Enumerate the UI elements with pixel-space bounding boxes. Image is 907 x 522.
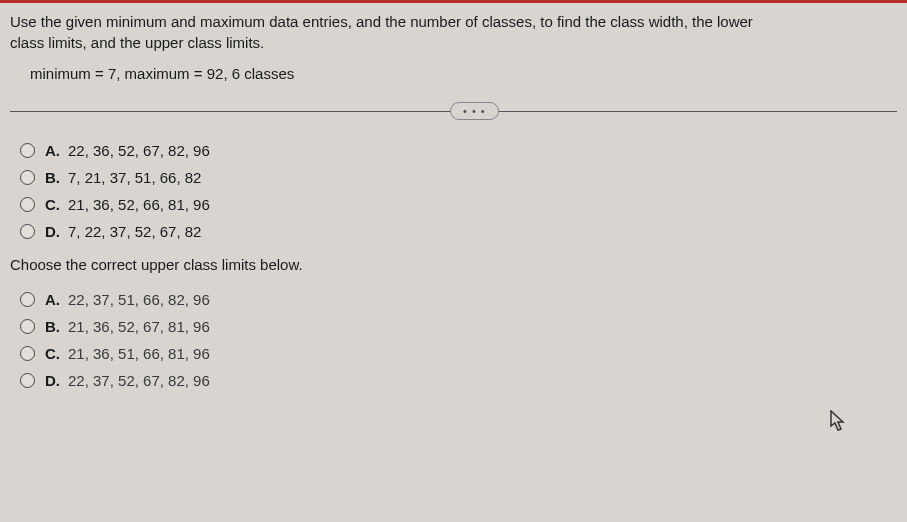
sub-question: Choose the correct upper class limits be…: [10, 256, 897, 273]
radio-icon[interactable]: [20, 224, 35, 239]
option-g2-d[interactable]: D. 22, 37, 52, 67, 82, 96: [10, 372, 897, 389]
option-label: D.: [45, 223, 60, 240]
option-text: 21, 36, 51, 66, 81, 96: [68, 345, 210, 362]
option-text: 7, 22, 37, 52, 67, 82: [68, 223, 201, 240]
option-g2-c[interactable]: C. 21, 36, 51, 66, 81, 96: [10, 345, 897, 362]
ellipsis-button[interactable]: • • •: [450, 102, 499, 120]
option-text: 22, 37, 51, 66, 82, 96: [68, 291, 210, 308]
option-group-1: A. 22, 36, 52, 67, 82, 96 B. 7, 21, 37, …: [10, 142, 897, 240]
radio-icon[interactable]: [20, 319, 35, 334]
option-g1-b[interactable]: B. 7, 21, 37, 51, 66, 82: [10, 169, 897, 186]
option-g1-d[interactable]: D. 7, 22, 37, 52, 67, 82: [10, 223, 897, 240]
option-label: C.: [45, 345, 60, 362]
cursor-icon: [829, 410, 847, 435]
option-label: B.: [45, 169, 60, 186]
option-text: 7, 21, 37, 51, 66, 82: [68, 169, 201, 186]
option-g1-a[interactable]: A. 22, 36, 52, 67, 82, 96: [10, 142, 897, 159]
radio-icon[interactable]: [20, 197, 35, 212]
option-label: C.: [45, 196, 60, 213]
option-g2-a[interactable]: A. 22, 37, 51, 66, 82, 96: [10, 291, 897, 308]
option-text: 21, 36, 52, 66, 81, 96: [68, 196, 210, 213]
radio-icon[interactable]: [20, 373, 35, 388]
option-label: A.: [45, 291, 60, 308]
radio-icon[interactable]: [20, 292, 35, 307]
question-params: minimum = 7, maximum = 92, 6 classes: [10, 65, 897, 82]
option-text: 22, 36, 52, 67, 82, 96: [68, 142, 210, 159]
option-g1-c[interactable]: C. 21, 36, 52, 66, 81, 96: [10, 196, 897, 213]
option-text: 21, 36, 52, 67, 81, 96: [68, 318, 210, 335]
option-label: D.: [45, 372, 60, 389]
radio-icon[interactable]: [20, 170, 35, 185]
question-line2: class limits, and the upper class limits…: [10, 34, 264, 51]
radio-icon[interactable]: [20, 143, 35, 158]
divider: • • •: [10, 100, 897, 124]
option-g2-b[interactable]: B. 21, 36, 52, 67, 81, 96: [10, 318, 897, 335]
question-content: Use the given minimum and maximum data e…: [0, 3, 907, 407]
option-label: A.: [45, 142, 60, 159]
option-group-2: A. 22, 37, 51, 66, 82, 96 B. 21, 36, 52,…: [10, 291, 897, 389]
option-label: B.: [45, 318, 60, 335]
question-prompt: Use the given minimum and maximum data e…: [10, 11, 897, 53]
option-text: 22, 37, 52, 67, 82, 96: [68, 372, 210, 389]
radio-icon[interactable]: [20, 346, 35, 361]
question-line1: Use the given minimum and maximum data e…: [10, 13, 753, 30]
